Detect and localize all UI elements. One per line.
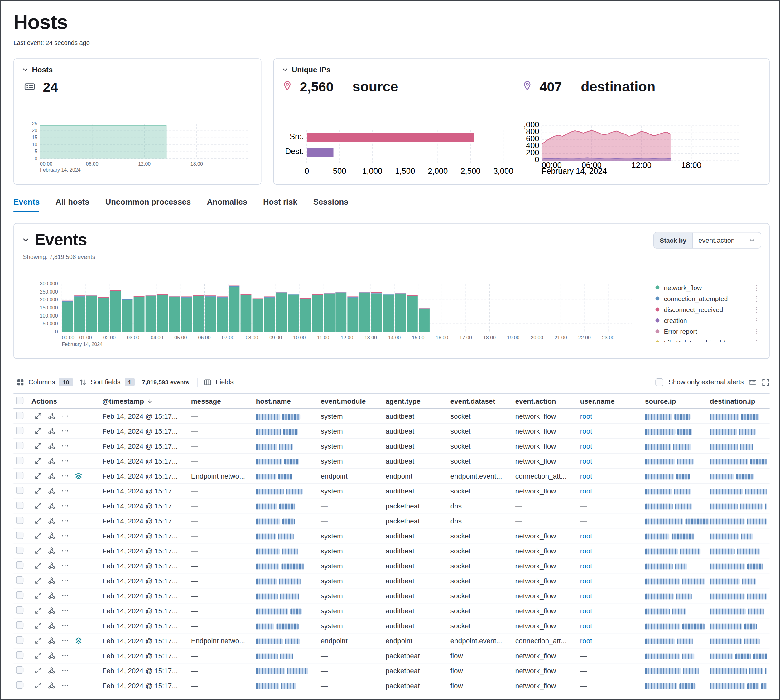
legend-item[interactable]: File Delete archived (⋮ [655, 337, 761, 342]
tab-events[interactable]: Events [13, 198, 40, 212]
analyze-event-icon[interactable] [48, 667, 55, 674]
row-checkbox[interactable] [16, 457, 23, 464]
chevron-down-icon[interactable] [22, 236, 29, 243]
analyze-event-icon[interactable] [48, 607, 55, 615]
expand-event-icon[interactable] [34, 592, 42, 600]
select-all-checkbox[interactable] [16, 397, 23, 404]
row-checkbox[interactable] [16, 531, 23, 539]
col-header-destination-ip[interactable]: destination.ip [710, 397, 767, 405]
row-checkbox[interactable] [16, 427, 23, 434]
analyze-event-icon[interactable] [48, 622, 55, 630]
tab-anomalies[interactable]: Anomalies [207, 198, 247, 212]
expand-event-icon[interactable] [34, 562, 42, 570]
expand-event-icon[interactable] [34, 607, 42, 615]
col-header-actions[interactable]: Actions [32, 397, 102, 405]
more-actions-icon[interactable] [62, 427, 69, 435]
more-actions-icon[interactable] [62, 532, 69, 540]
expand-event-icon[interactable] [34, 517, 42, 525]
fullscreen-icon[interactable] [762, 378, 770, 386]
stack-by-select[interactable]: event.action [692, 233, 761, 248]
analyze-event-icon[interactable] [48, 412, 55, 420]
row-checkbox[interactable] [16, 651, 23, 658]
sort-fields-button[interactable]: Sort fields 1 [76, 376, 138, 388]
cell-user-name[interactable]: root [580, 457, 645, 465]
endpoint-event-icon[interactable] [75, 637, 82, 645]
analyze-event-icon[interactable] [48, 532, 55, 540]
expand-event-icon[interactable] [34, 427, 42, 435]
cell-user-name[interactable]: root [580, 532, 645, 540]
analyze-event-icon[interactable] [48, 577, 55, 585]
more-actions-icon[interactable] [62, 637, 69, 645]
expand-event-icon[interactable] [34, 457, 42, 465]
cell-user-name[interactable]: root [580, 427, 645, 435]
row-checkbox[interactable] [16, 516, 23, 524]
more-actions-icon[interactable] [62, 412, 69, 420]
row-checkbox[interactable] [16, 412, 23, 419]
cell-user-name[interactable]: root [580, 592, 645, 600]
more-actions-icon[interactable] [62, 502, 69, 510]
row-checkbox[interactable] [16, 576, 23, 583]
row-checkbox[interactable] [16, 621, 23, 628]
cell-user-name[interactable]: root [580, 412, 645, 420]
analyze-event-icon[interactable] [48, 652, 55, 660]
legend-item[interactable]: connection_attempted⋮ [655, 293, 761, 304]
more-actions-icon[interactable] [62, 457, 69, 465]
more-actions-icon[interactable] [62, 667, 69, 674]
more-actions-icon[interactable] [62, 592, 69, 600]
row-checkbox[interactable] [16, 666, 23, 673]
expand-event-icon[interactable] [34, 637, 42, 645]
legend-more-icon[interactable]: ⋮ [752, 316, 761, 324]
cell-user-name[interactable]: root [580, 577, 645, 585]
endpoint-event-icon[interactable] [75, 472, 82, 480]
expand-event-icon[interactable] [34, 532, 42, 540]
more-actions-icon[interactable] [62, 562, 69, 570]
chevron-down-icon[interactable] [282, 67, 288, 73]
tab-sessions[interactable]: Sessions [313, 198, 348, 212]
analyze-event-icon[interactable] [48, 637, 55, 645]
cell-user-name[interactable]: root [580, 637, 645, 645]
chevron-down-icon[interactable] [22, 67, 28, 73]
legend-item[interactable]: network_flow⋮ [655, 282, 761, 293]
row-checkbox[interactable] [16, 442, 23, 449]
row-checkbox[interactable] [16, 606, 23, 613]
expand-event-icon[interactable] [34, 652, 42, 660]
col-header-host-name[interactable]: host.name [256, 397, 321, 405]
legend-more-icon[interactable]: ⋮ [752, 283, 761, 292]
col-header-event-module[interactable]: event.module [321, 397, 386, 405]
expand-event-icon[interactable] [34, 472, 42, 480]
external-alerts-checkbox[interactable] [655, 378, 664, 386]
analyze-event-icon[interactable] [48, 562, 55, 570]
analyze-event-icon[interactable] [48, 472, 55, 480]
row-checkbox[interactable] [16, 501, 23, 509]
expand-event-icon[interactable] [34, 412, 42, 420]
analyze-event-icon[interactable] [48, 592, 55, 600]
analyze-event-icon[interactable] [48, 457, 55, 465]
legend-more-icon[interactable]: ⋮ [752, 328, 761, 336]
more-actions-icon[interactable] [62, 652, 69, 660]
analyze-event-icon[interactable] [48, 517, 55, 525]
fields-button[interactable]: Fields [200, 376, 236, 388]
more-actions-icon[interactable] [62, 577, 69, 585]
more-actions-icon[interactable] [62, 622, 69, 630]
expand-event-icon[interactable] [34, 502, 42, 510]
row-checkbox[interactable] [16, 681, 23, 688]
expand-event-icon[interactable] [34, 547, 42, 555]
legend-item[interactable]: Error report⋮ [655, 326, 761, 337]
analyze-event-icon[interactable] [48, 487, 55, 495]
more-actions-icon[interactable] [62, 607, 69, 615]
row-checkbox[interactable] [16, 591, 23, 598]
legend-more-icon[interactable]: ⋮ [752, 295, 761, 303]
cell-user-name[interactable]: root [580, 547, 645, 555]
row-checkbox[interactable] [16, 471, 23, 479]
analyze-event-icon[interactable] [48, 442, 55, 450]
more-actions-icon[interactable] [62, 547, 69, 555]
tab-host-risk[interactable]: Host risk [263, 198, 298, 212]
cell-user-name[interactable]: root [580, 562, 645, 570]
expand-event-icon[interactable] [34, 487, 42, 495]
col-header-event-dataset[interactable]: event.dataset [451, 397, 516, 405]
col-header-source-ip[interactable]: source.ip [645, 397, 710, 405]
col-header--timestamp[interactable]: @timestamp [102, 397, 191, 405]
columns-button[interactable]: Columns 10 [13, 376, 75, 388]
analyze-event-icon[interactable] [48, 547, 55, 555]
cell-user-name[interactable]: root [580, 607, 645, 615]
